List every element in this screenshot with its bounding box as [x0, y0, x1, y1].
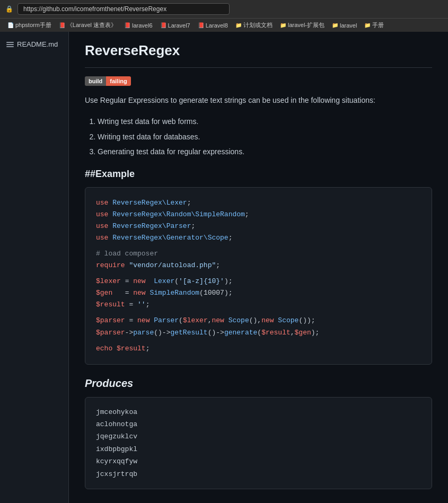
produces-line-2: aclohnotga: [96, 418, 421, 430]
sidebar: README.md: [0, 32, 69, 503]
main-content: ReverseRegex build failing Use Regular E…: [69, 32, 448, 503]
badge-status-label: failing: [106, 76, 130, 86]
repo-title: ReverseRegex: [85, 42, 432, 68]
bookmark-icon-laravel-ext: 📁: [280, 22, 286, 28]
url-bar[interactable]: https://github.com/icomefromthenet/Rever…: [17, 3, 230, 15]
produces-line-3: jqegzuklcv: [96, 430, 421, 443]
bookmark-label-plans: 计划或文档: [243, 21, 273, 29]
bookmark-icon-laravel6: 📕: [124, 22, 130, 28]
bookmark-label-laravel: laravel: [340, 22, 357, 29]
produces-line-5: kcyrxqqfyw: [96, 455, 421, 467]
produces-heading: Produces: [85, 377, 432, 390]
sidebar-file-label: README.md: [17, 40, 58, 48]
bookmark-icon-plans: 📁: [235, 22, 242, 28]
lock-icon: 🔒: [5, 5, 13, 13]
bookmark-label-laravel8: Laravel8: [206, 22, 228, 29]
code-line-10: $parser = new Parser($lexer,new Scope(),…: [96, 315, 421, 326]
list-item: Writing test data for databases.: [98, 131, 432, 143]
bookmark-label-laravel-ext: laravel-扩展包: [288, 21, 324, 29]
code-line-4: use ReverseRegex\Generator\Scope;: [96, 232, 421, 244]
repo-description: Use Regular Expressions to generate text…: [85, 94, 432, 106]
code-line-12: echo $result;: [96, 343, 421, 355]
code-line-8: $gen = new SimpleRandom(10007);: [96, 287, 421, 299]
bookmark-label-phpstorm: phpstorm手册: [15, 21, 51, 29]
produces-line-1: jmceohykoa: [96, 406, 421, 418]
bookmark-icon-laravel-quick: 📕: [59, 22, 65, 28]
code-gap-2: [96, 271, 421, 276]
bookmark-laravel7[interactable]: 📕 Laravel7: [157, 21, 194, 30]
bookmark-phpstorm[interactable]: 📄 phpstorm手册: [4, 20, 55, 30]
bookmark-icon-laravel7: 📕: [160, 22, 166, 28]
code-gap-3: [96, 311, 421, 315]
produces-line-4: ixdbpbgpkl: [96, 443, 421, 455]
code-line-9: $result = '';: [96, 299, 421, 311]
bookmark-icon-phpstorm: 📄: [7, 22, 14, 28]
bookmark-laravel-quick[interactable]: 📕 《Laravel 速查表》: [56, 20, 120, 30]
bookmark-laravel[interactable]: 📁 laravel: [329, 21, 360, 30]
bookmark-label-laravel-quick: 《Laravel 速查表》: [67, 21, 117, 29]
produces-block: jmceohykoa aclohnotga jqegzuklcv ixdbpbg…: [85, 397, 432, 489]
bookmark-laravel6[interactable]: 📕 laravel6: [121, 21, 156, 30]
example-heading: ##Example: [85, 169, 432, 180]
code-line-11: $parser->parse()->getResult()->generate(…: [96, 327, 421, 339]
bookmark-icon-manual: 📁: [364, 22, 371, 28]
code-gap-4: [96, 339, 421, 343]
code-line-3: use ReverseRegex\Parser;: [96, 220, 421, 232]
bookmark-icon-laravel: 📁: [332, 22, 338, 28]
browser-chrome: 🔒 https://github.com/icomefromthenet/Rev…: [0, 0, 448, 18]
build-badge[interactable]: build failing: [85, 76, 131, 86]
sidebar-file-header: README.md: [0, 37, 68, 51]
bookmark-plans[interactable]: 📁 计划或文档: [232, 20, 276, 30]
code-line-5: # load composer: [96, 248, 421, 260]
badge-build-label: build: [85, 76, 106, 86]
hamburger-icon: [6, 42, 14, 47]
code-line-6: require "vendor/autoload.php";: [96, 260, 421, 271]
list-item: Wrting test data for web forms.: [98, 116, 432, 127]
bookmark-manual[interactable]: 📁 手册: [361, 20, 387, 30]
produces-line-6: jcxsjrtrqb: [96, 468, 421, 480]
code-block: use ReverseRegex\Lexer; use ReverseRegex…: [85, 187, 432, 365]
code-line-1: use ReverseRegex\Lexer;: [96, 197, 421, 209]
code-line-7: $lexer = new Lexer('[a-z]{10}');: [96, 276, 421, 287]
bookmark-laravel8[interactable]: 📕 Laravel8: [195, 21, 231, 30]
list-item: Generating test data for regular express…: [98, 146, 432, 157]
code-gap-1: [96, 244, 421, 248]
bookmark-label-manual: 手册: [372, 21, 384, 29]
bookmark-label-laravel7: Laravel7: [168, 22, 190, 29]
bookmark-icon-laravel8: 📕: [198, 22, 204, 28]
bookmark-label-laravel6: laravel6: [132, 22, 153, 29]
code-line-2: use ReverseRegex\Random\SimpleRandom;: [96, 209, 421, 220]
feature-list: Wrting test data for web forms. Writing …: [85, 116, 432, 157]
bookmark-laravel-ext[interactable]: 📁 laravel-扩展包: [277, 20, 328, 30]
bookmarks-bar: 📄 phpstorm手册 📕 《Laravel 速查表》 📕 laravel6 …: [0, 18, 448, 32]
github-layout: README.md ReverseRegex build failing Use…: [0, 32, 448, 503]
